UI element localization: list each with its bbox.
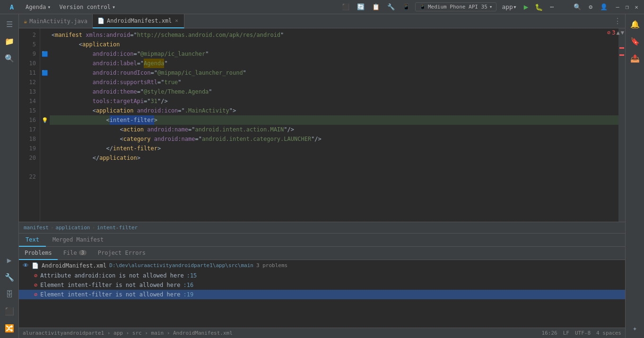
error-icon-1: ⊘ [34,272,37,279]
problems-tab-project-errors[interactable]: Project Errors [92,247,151,260]
app-icon[interactable]: A [4,0,20,15]
problem-row-3[interactable]: ⊘ Element intent-filter is not allowed h… [19,290,625,299]
code-line-22 [50,172,618,182]
menu-agenda[interactable]: Agenda ▾ [23,3,54,11]
minimize-button[interactable]: — [614,3,621,11]
tab-main-activity[interactable]: ☕ MainActivity.java [19,14,93,28]
problem-row-2[interactable]: ⊘ Element intent-filter is not allowed h… [19,280,625,290]
code-line-2: <manifest xmlns:android="http://schemas.… [50,30,618,40]
problems-tab-file[interactable]: File 3 [58,247,92,260]
panel-tab-merged-manifest[interactable]: Merged Manifest [46,234,110,247]
file-badge: 3 [79,250,87,255]
indent-setting[interactable]: 4 spaces [596,330,621,336]
sidebar-db[interactable]: 🗄 [1,286,17,302]
breadcrumb-sep-1: › [51,225,54,231]
maximize-button[interactable]: ❐ [623,3,631,11]
panel-tab-text[interactable]: Text [19,234,46,247]
breadcrumb-application[interactable]: application [56,225,90,231]
toolbar-icon-4[interactable]: 🔧 [385,2,397,11]
toolbar-icon-5[interactable]: 📱 [400,2,412,11]
error-mark-1 [619,47,624,49]
left-sidebar: ☰ 📁 🔍 ▶ 🔧 🗄 ⬛ 🔀 [0,14,19,338]
tab-more-button[interactable]: ⋮ [610,17,625,26]
line-ref-1: :15 [187,272,197,279]
encoding[interactable]: UTF-8 [575,330,591,336]
run-button[interactable]: ▶ [522,2,531,11]
code-line-18: <category android:name="android.intent.c… [50,134,618,144]
title-bar: A Agenda ▾ Version control ▾ ⬛ 🔄 📋 🔧 📱 📱… [0,0,644,14]
tab-android-manifest[interactable]: 📄 AndroidManifest.xml ✕ [93,14,184,28]
right-sidebar-share[interactable]: 📤 [627,50,643,66]
breadcrumb-sep-2: › [92,225,95,231]
breadcrumb-bar: manifest › application › intent-filter [19,222,625,233]
toolbar-icon-1[interactable]: ⬛ [339,2,352,11]
error-count-area[interactable]: ⊘ 3 ▲ ▼ [607,29,624,36]
breadcrumb-intent-filter[interactable]: intent-filter [97,225,138,231]
scroll-down[interactable]: ▼ [621,29,624,36]
line-ending[interactable]: LF [563,330,569,336]
gutter-9 [40,30,50,40]
code-line-5: <application [50,40,618,49]
toolbar-search[interactable]: 🔍 [571,2,583,11]
right-sidebar-sparkle[interactable]: ✦ [627,320,643,336]
tab-close-manifest[interactable]: ✕ [174,17,179,24]
scroll-up[interactable]: ▲ [617,29,620,36]
sidebar-git[interactable]: 🔀 [1,320,17,336]
status-right: 16:26 LF UTF-8 4 spaces [542,330,621,336]
line-ref-2: :16 [183,282,193,288]
code-line-12: android:supportsRtl="true" [50,78,618,87]
code-line-16: <intent-filter> [50,115,618,125]
breadcrumb-manifest[interactable]: manifest [24,225,49,231]
view-icon: 👁 [23,262,29,269]
title-bar-left: A Agenda ▾ Version control ▾ ⬛ 🔄 📋 🔧 📱 📱… [4,0,610,15]
device-selector[interactable]: 📱 Medium Phone API 35 ▾ [415,2,496,11]
status-path-items: aluraactivityandroidparte1 › app › src ›… [23,330,233,336]
problems-tabs: Problems File 3 Project Errors [19,247,625,260]
app-module[interactable]: app ▾ [499,2,519,11]
code-line-14: tools:targetApi="31"/> [50,96,618,106]
more-button[interactable]: ⋯ [548,2,556,11]
line-ref-3: :19 [183,291,193,298]
code-line-15: <application android:icon=".MainActivity… [50,106,618,115]
right-sidebar-notifications[interactable]: 🔔 [627,16,643,32]
panel-tabs: Text Merged Manifest [19,234,625,247]
problems-tab-problems[interactable]: Problems [19,247,58,260]
right-sidebar-bookmark[interactable]: 🔖 [627,33,643,49]
problem-file-row: 👁 📄 AndroidManifest.xml D:\dev\aluraacti… [19,260,625,271]
code-line-10: android:label="Agenda" [50,59,618,68]
code-line-13: android:theme="@style/Theme.Agenda" [50,87,618,96]
toolbar-account[interactable]: 👤 [598,2,610,11]
line-numbers: 2 5 9 10 11 12 13 14 15 16 17 18 19 20 2… [19,28,40,222]
code-line-empty [50,163,618,172]
manifest-filename: AndroidManifest.xml [42,262,106,269]
toolbar-icon-2[interactable]: 🔄 [355,2,367,11]
title-bar-right: — ❐ ✕ [614,3,640,11]
main-layout: ☰ 📁 🔍 ▶ 🔧 🗄 ⬛ 🔀 ☕ MainActivity.java 📄 An… [0,14,644,338]
error-icon-3: ⊘ [34,291,37,298]
code-content[interactable]: <manifest xmlns:android="http://schemas.… [50,28,618,222]
code-line-20: </application> [50,153,618,163]
sidebar-search-icon[interactable]: 🔍 [1,50,17,66]
toolbar-icon-3[interactable]: 📋 [370,2,382,11]
sidebar-tools[interactable]: 🔧 [1,269,17,285]
error-indicator: ⊘ 3 [607,29,615,36]
sidebar-files[interactable]: 📁 [1,33,17,49]
right-sidebar: 🔔 🔖 📤 ✦ [625,14,644,338]
menu-version-control[interactable]: Version control ▾ [57,3,119,11]
problem-count: 3 problems [256,262,287,269]
error-text-3: Element intent-filter is not allowed her… [40,291,180,298]
code-gutter: 🟦 🟦 💡 [40,28,50,222]
scrollbar[interactable]: ⊘ 3 ▲ ▼ [618,28,625,222]
toolbar-settings[interactable]: ⚙ [586,2,595,11]
sidebar-hamburger[interactable]: ☰ [1,16,17,32]
manifest-path: D:\dev\aluraactivityandroidparte1\app\sr… [109,262,253,269]
close-button[interactable]: ✕ [633,3,640,11]
java-icon: ☕ [24,18,27,25]
cursor-position[interactable]: 16:26 [542,330,557,336]
sidebar-terminal[interactable]: ⬛ [1,303,17,319]
debug-button[interactable]: 🐛 [533,3,545,11]
problem-row-1[interactable]: ⊘ Attribute android:icon is not allowed … [19,271,625,280]
code-editor[interactable]: 2 5 9 10 11 12 13 14 15 16 17 18 19 20 2… [19,28,625,222]
sidebar-run[interactable]: ▶ [1,252,17,268]
file-icon-manifest: 📄 [32,262,39,269]
